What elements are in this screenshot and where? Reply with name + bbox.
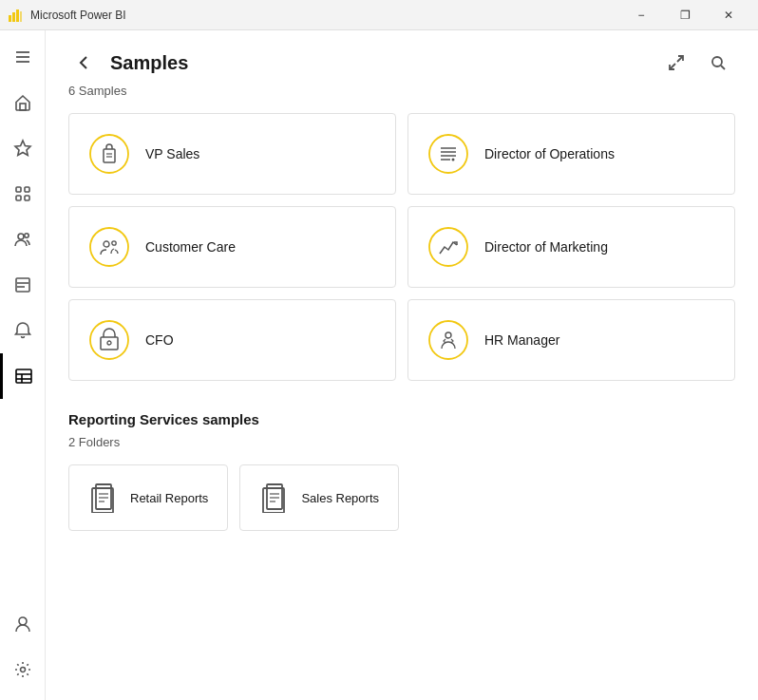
svg-point-21 bbox=[19, 617, 27, 625]
svg-point-38 bbox=[429, 228, 467, 266]
svg-rect-10 bbox=[25, 187, 29, 192]
page-title: Samples bbox=[110, 52, 188, 74]
svg-rect-3 bbox=[20, 11, 22, 22]
title-bar-controls: − ❐ ✕ bbox=[619, 0, 750, 30]
gear-icon bbox=[13, 660, 32, 679]
director-operations-icon bbox=[427, 133, 469, 175]
sidebar-item-reports[interactable] bbox=[0, 353, 46, 399]
svg-rect-2 bbox=[16, 9, 19, 22]
sidebar-bottom bbox=[0, 601, 46, 700]
svg-rect-17 bbox=[16, 369, 31, 383]
svg-rect-1 bbox=[12, 12, 15, 22]
bell-icon bbox=[13, 321, 32, 340]
svg-point-36 bbox=[104, 241, 109, 247]
svg-rect-40 bbox=[101, 337, 118, 350]
svg-rect-26 bbox=[104, 149, 115, 162]
back-button[interactable] bbox=[68, 47, 99, 78]
sales-reports-name: Sales Reports bbox=[301, 491, 379, 505]
expand-button[interactable] bbox=[659, 46, 693, 80]
svg-point-23 bbox=[712, 57, 722, 66]
reporting-services-section: Reporting Services samples 2 Folders bbox=[68, 411, 735, 531]
svg-marker-8 bbox=[15, 141, 30, 156]
svg-point-39 bbox=[90, 321, 128, 359]
sidebar-item-home[interactable] bbox=[0, 80, 46, 125]
customer-care-name: Customer Care bbox=[145, 239, 236, 255]
sample-card-vp-sales[interactable]: VP Sales bbox=[68, 113, 396, 195]
vp-sales-name: VP Sales bbox=[145, 146, 199, 161]
svg-rect-9 bbox=[16, 187, 21, 192]
hr-manager-name: HR Manager bbox=[484, 332, 559, 348]
retail-reports-name: Retail Reports bbox=[130, 491, 208, 505]
sidebar-item-account[interactable] bbox=[0, 601, 46, 647]
people-icon bbox=[13, 230, 32, 249]
title-bar: Microsoft Power BI − ❐ ✕ bbox=[0, 0, 758, 30]
folder-card-retail-reports[interactable]: Retail Reports bbox=[68, 464, 228, 531]
folders-grid: Retail Reports Sales Reports bbox=[68, 464, 735, 531]
search-icon bbox=[710, 54, 727, 71]
star-icon bbox=[13, 139, 32, 158]
director-operations-name: Director of Operations bbox=[484, 146, 615, 161]
powerbi-logo-icon bbox=[8, 8, 23, 23]
svg-point-29 bbox=[429, 135, 467, 173]
menu-icon bbox=[13, 47, 32, 66]
director-marketing-icon bbox=[427, 226, 469, 268]
svg-point-13 bbox=[18, 234, 24, 239]
person-icon bbox=[13, 615, 32, 634]
cfo-name: CFO bbox=[145, 332, 174, 348]
svg-rect-12 bbox=[25, 196, 29, 200]
sample-card-customer-care[interactable]: Customer Care bbox=[68, 206, 396, 288]
back-arrow-icon bbox=[75, 54, 92, 71]
minimize-button[interactable]: − bbox=[619, 0, 663, 30]
folder-card-sales-reports[interactable]: Sales Reports bbox=[239, 464, 399, 531]
sidebar-item-apps[interactable] bbox=[0, 171, 46, 217]
sidebar bbox=[0, 30, 46, 700]
sample-card-director-marketing[interactable]: Director of Marketing bbox=[407, 206, 735, 288]
svg-point-34 bbox=[452, 159, 455, 161]
svg-point-37 bbox=[112, 241, 116, 245]
table-icon bbox=[14, 367, 33, 386]
samples-count: 6 Samples bbox=[68, 84, 735, 98]
folders-count: 2 Folders bbox=[68, 435, 735, 449]
expand-icon bbox=[668, 54, 685, 71]
svg-rect-0 bbox=[9, 15, 11, 22]
sidebar-item-favorites[interactable] bbox=[0, 125, 46, 171]
sample-card-hr-manager[interactable]: HR Manager bbox=[407, 299, 735, 381]
sidebar-item-menu[interactable] bbox=[0, 34, 46, 80]
page-header-left: Samples bbox=[68, 47, 188, 78]
reporting-services-title: Reporting Services samples bbox=[68, 411, 735, 427]
sidebar-item-learn[interactable] bbox=[0, 262, 46, 308]
sidebar-item-shared[interactable] bbox=[0, 217, 46, 262]
retail-reports-folder-icon bbox=[88, 482, 119, 513]
book-icon bbox=[13, 275, 32, 294]
samples-grid: VP Sales Director of Operations bbox=[68, 113, 735, 381]
director-marketing-name: Director of Marketing bbox=[484, 239, 608, 255]
sidebar-item-settings[interactable] bbox=[0, 647, 46, 692]
svg-point-14 bbox=[24, 234, 28, 237]
main-content: Samples 6 Samples bbox=[46, 30, 758, 700]
hr-manager-icon bbox=[427, 319, 469, 361]
svg-line-24 bbox=[721, 66, 725, 69]
cfo-icon bbox=[88, 319, 130, 361]
sample-card-director-operations[interactable]: Director of Operations bbox=[407, 113, 735, 195]
customer-care-icon bbox=[88, 226, 130, 268]
close-button[interactable]: ✕ bbox=[707, 0, 750, 30]
svg-point-42 bbox=[429, 321, 467, 359]
sidebar-item-notifications[interactable] bbox=[0, 308, 46, 353]
svg-point-22 bbox=[20, 668, 25, 672]
svg-point-35 bbox=[90, 228, 128, 266]
app-layout: Samples 6 Samples bbox=[0, 30, 758, 700]
sample-card-cfo[interactable]: CFO bbox=[68, 299, 396, 381]
search-button[interactable] bbox=[701, 46, 735, 80]
svg-rect-11 bbox=[16, 196, 21, 200]
home-icon bbox=[13, 93, 32, 112]
svg-point-41 bbox=[107, 341, 111, 345]
svg-rect-7 bbox=[20, 104, 26, 110]
title-bar-left: Microsoft Power BI bbox=[8, 8, 126, 23]
vp-sales-icon bbox=[88, 133, 130, 175]
sales-reports-folder-icon bbox=[259, 482, 290, 513]
restore-button[interactable]: ❐ bbox=[663, 0, 707, 30]
page-header-actions bbox=[659, 46, 735, 80]
page-header: Samples bbox=[68, 46, 735, 80]
app-title: Microsoft Power BI bbox=[30, 9, 126, 22]
svg-point-43 bbox=[445, 332, 451, 338]
